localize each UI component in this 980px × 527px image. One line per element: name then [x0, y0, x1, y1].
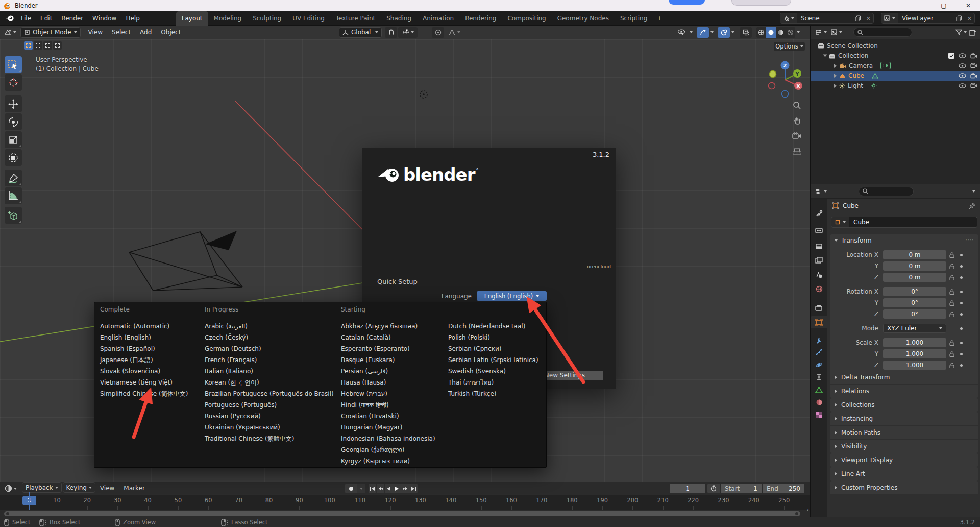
outliner-row-camera[interactable]: Camera [811, 61, 980, 71]
workspace-tab-rendering[interactable]: Rendering [459, 11, 502, 26]
language-option[interactable]: English (English) [100, 332, 188, 343]
language-option[interactable]: German (Deutsch) [205, 343, 334, 354]
language-option[interactable]: Catalan (Català) [341, 332, 435, 343]
auto-keying-record-icon[interactable] [345, 484, 357, 493]
checkbox-icon[interactable] [948, 53, 954, 59]
pin-icon[interactable] [969, 203, 975, 209]
outliner-row-light[interactable]: Light [811, 81, 980, 91]
topbar-menu[interactable]: Window [88, 11, 121, 26]
options-dropdown[interactable]: Options [774, 42, 805, 51]
language-option[interactable]: Russian (Русский) [205, 411, 334, 422]
marker-menu[interactable]: Marker [119, 482, 149, 495]
outliner-editor-type-button[interactable] [815, 29, 827, 35]
language-option[interactable]: Turkish (Türkçe) [448, 388, 538, 399]
language-option[interactable]: Italian (Italiano) [205, 366, 334, 377]
language-option[interactable]: Vietnamese (tiếng Việt) [100, 377, 188, 388]
show-object-types-icon[interactable] [675, 27, 688, 38]
viewport-menu[interactable]: Object [156, 26, 185, 39]
maximize-button[interactable]: ▢ [936, 0, 951, 11]
language-option[interactable]: Portuguese (Português) [205, 399, 334, 411]
language-option[interactable]: French (Français) [205, 354, 334, 366]
language-option[interactable]: Thai (ภาษาไทย) [448, 377, 538, 388]
tab-constraints[interactable] [811, 371, 827, 383]
jump-to-end-button[interactable] [409, 484, 418, 493]
viewport-menu[interactable]: Select [107, 26, 135, 39]
breadcrumb-object-name[interactable]: Cube [843, 202, 859, 209]
language-option[interactable]: Abkhaz (Аҧсуа бызшәа) [341, 321, 435, 332]
play-button[interactable] [393, 484, 401, 493]
new-viewlayer-icon[interactable] [953, 15, 965, 21]
tool-transform[interactable] [5, 149, 22, 166]
shading-solid-icon[interactable] [766, 27, 776, 38]
language-option[interactable]: Hebrew (עברית) [341, 388, 435, 399]
shading-rendered-icon[interactable] [786, 27, 795, 38]
tab-view-layer[interactable] [811, 254, 827, 266]
workspace-tab-uv-editing[interactable]: UV Editing [287, 11, 330, 26]
collapsed-panel[interactable]: Line Art [830, 467, 978, 481]
rotation-z-field[interactable]: 0° [883, 309, 946, 319]
language-option[interactable]: Serbian (Српски) [448, 343, 538, 354]
close-button[interactable]: ✕ [961, 0, 976, 11]
zoom-view-icon[interactable] [790, 99, 803, 112]
language-option[interactable]: Japanese (日本語) [100, 354, 188, 366]
overlays-chevron[interactable] [731, 31, 734, 33]
xray-toggle-icon[interactable] [740, 27, 752, 38]
timeline-ruler[interactable]: 1 10203040506070809010011012013014015016… [0, 495, 810, 510]
rotation-y-field[interactable]: 0° [883, 298, 946, 307]
animate-dot[interactable] [958, 254, 965, 256]
language-option[interactable]: Hausa (Hausa) [341, 377, 435, 388]
play-reverse-button[interactable] [385, 484, 393, 493]
language-option[interactable]: Hindi (मानक हिन्दी) [341, 399, 435, 411]
lock-icon[interactable] [946, 312, 958, 317]
proportional-falloff-dropdown[interactable] [445, 27, 463, 38]
rotation-x-field[interactable]: 0° [883, 287, 946, 296]
language-option[interactable]: Esperanto (Esperanto) [341, 343, 435, 354]
select-mode-subtract[interactable] [43, 41, 52, 50]
tab-scene[interactable] [811, 269, 827, 281]
language-option[interactable]: Polish (Polski) [448, 332, 538, 343]
language-option[interactable]: Kyrgyz (Кыргыз тили) [341, 456, 435, 467]
topbar-menu[interactable]: Edit [36, 11, 57, 26]
location-y-field[interactable]: 0 m [883, 261, 946, 271]
workspace-tab-geometry-nodes[interactable]: Geometry Nodes [552, 11, 615, 26]
keying-menu[interactable]: Keying [63, 482, 95, 493]
language-option[interactable]: Georgian (ქართული) [341, 444, 435, 456]
tab-collection[interactable] [811, 302, 827, 314]
minimize-button[interactable]: – [912, 0, 927, 11]
lock-icon[interactable] [946, 275, 958, 280]
collapsed-panel[interactable]: Instancing [830, 412, 978, 425]
gizmos-toggle-icon[interactable] [697, 27, 709, 38]
language-option[interactable]: Basque (Euskara) [341, 354, 435, 366]
language-option[interactable]: Ukrainian (Український) [205, 422, 334, 433]
next-keyframe-button[interactable] [401, 484, 409, 493]
language-option[interactable]: Dutch (Nederlandse taal) [448, 321, 538, 332]
disable-render-icon[interactable] [970, 73, 977, 79]
outliner-row-scene-collection[interactable]: Scene Collection [811, 41, 980, 51]
tab-tool[interactable] [811, 207, 827, 220]
scale-y-field[interactable]: 1.000 [883, 349, 946, 358]
hide-eye-icon[interactable] [959, 83, 966, 88]
playback-menu[interactable]: Playback [22, 482, 62, 493]
scale-x-field[interactable]: 1.000 [883, 338, 946, 347]
workspace-tab-scripting[interactable]: Scripting [615, 11, 653, 26]
language-option[interactable]: Czech (Český) [205, 332, 334, 343]
tab-render[interactable] [811, 224, 827, 236]
lock-icon[interactable] [946, 252, 958, 258]
workspace-tab-compositing[interactable]: Compositing [502, 11, 551, 26]
view-menu[interactable]: View [95, 482, 119, 495]
select-mode-extend[interactable] [34, 41, 42, 50]
select-mode-set[interactable] [24, 41, 33, 50]
workspace-tab-animation[interactable]: Animation [417, 11, 459, 26]
lock-icon[interactable] [946, 363, 958, 368]
gizmos-chevron[interactable] [710, 31, 714, 33]
object-name-field[interactable] [849, 217, 977, 228]
keying-set-chevron[interactable] [357, 484, 365, 493]
language-option[interactable]: Traditional Chinese (繁體中文) [205, 433, 334, 444]
lock-icon[interactable] [946, 300, 958, 306]
region-collapse-arrow[interactable]: ‹ [807, 507, 809, 513]
show-object-types-chevron[interactable] [690, 31, 693, 33]
location-z-field[interactable]: 0 m [883, 273, 946, 282]
workspace-tab-modeling[interactable]: Modeling [208, 11, 248, 26]
tab-physics[interactable] [811, 358, 827, 371]
tab-texture[interactable] [811, 409, 827, 421]
